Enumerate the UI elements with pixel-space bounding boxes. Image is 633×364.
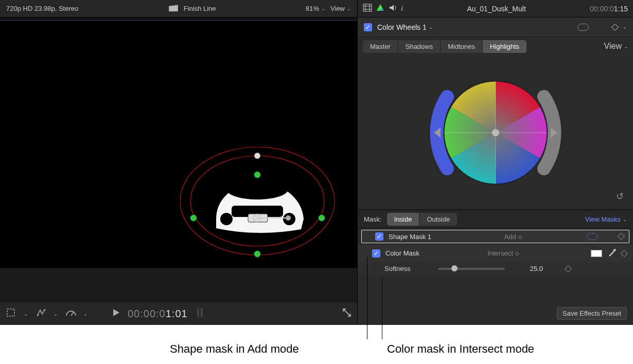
svg-point-17 xyxy=(254,153,260,159)
mask-item-color[interactable]: ✓ Color Mask Intersect ◇ xyxy=(358,245,633,262)
chevron-down-icon: ⌄ xyxy=(429,24,433,30)
play-button-icon[interactable] xyxy=(112,308,120,319)
chevron-down-icon: ⌄ xyxy=(347,6,351,11)
tab-shadows[interactable]: Shadows xyxy=(398,40,441,53)
keyframe-diamond-icon[interactable] xyxy=(621,249,628,257)
callout-color-label: Color mask in Intersect mode xyxy=(387,342,534,356)
wheel-view-menu[interactable]: View ⌄ xyxy=(604,42,628,51)
svg-line-30 xyxy=(344,310,350,316)
view-masks-menu[interactable]: View Masks ⌄ xyxy=(585,215,627,223)
wheel-tabs-row: Master Shadows Midtones Highlights View … xyxy=(358,37,633,56)
color-swatch[interactable] xyxy=(591,250,602,257)
keyframe-diamond-icon[interactable] xyxy=(618,233,625,240)
chevron-down-icon[interactable]: ⌄ xyxy=(24,311,28,317)
inspector-panel: i Au_01_Dusk_Mult 00:00:01:15 ✓ Color Wh… xyxy=(358,0,633,325)
svg-marker-27 xyxy=(113,309,119,316)
chevron-down-icon[interactable]: ⌄ xyxy=(54,311,58,317)
svg-marker-37 xyxy=(390,5,394,11)
viewer-toolbar: ⌄ ⌄ ⌄ 00:00:01:01 xyxy=(0,302,357,325)
color-wheel-area: ↺ xyxy=(358,56,633,210)
shape-mask-icon[interactable] xyxy=(587,233,598,240)
chevron-down-icon: ⌄ xyxy=(624,44,628,49)
wheel-tabs: Master Shadows Midtones Highlights xyxy=(363,40,526,53)
svg-point-18 xyxy=(254,172,260,178)
clip-name-dropdown[interactable]: Finish Line xyxy=(184,5,216,12)
color-wheel[interactable] xyxy=(424,61,568,205)
zoom-value: 81% xyxy=(306,5,319,12)
svg-point-24 xyxy=(41,312,42,313)
effect-name-dropdown[interactable]: Color Wheels 1 ⌄ xyxy=(377,23,433,31)
mask-label: Mask: xyxy=(364,215,382,223)
svg-rect-45 xyxy=(612,248,616,252)
mask-item-shape[interactable]: ✓ Shape Mask 1 Add ◇ xyxy=(361,229,630,244)
info-inspector-icon[interactable]: i xyxy=(401,4,403,13)
clip-name-label: Finish Line xyxy=(184,5,216,12)
softness-slider[interactable] xyxy=(438,268,505,270)
tab-master[interactable]: Master xyxy=(363,40,398,53)
inspector-top-bar: i Au_01_Dusk_Mult 00:00:01:15 xyxy=(358,0,633,17)
svg-point-16 xyxy=(286,215,291,221)
viewer-canvas[interactable] xyxy=(0,21,357,267)
mask-mode-dropdown[interactable]: Add ◇ xyxy=(471,233,522,241)
softness-row: Softness 25.0 xyxy=(358,262,633,276)
speed-gauge-icon[interactable] xyxy=(65,307,76,320)
softness-label: Softness xyxy=(384,265,431,272)
callout-layer: Shape mask in Add mode Color mask in Int… xyxy=(0,325,633,364)
mask-enable-checkbox[interactable]: ✓ xyxy=(372,249,380,258)
video-inspector-icon[interactable] xyxy=(363,4,372,13)
audio-meter-icon xyxy=(195,306,205,321)
mask-inside-button[interactable]: Inside xyxy=(387,213,420,226)
effect-header-row: ✓ Color Wheels 1 ⌄ ⌄ xyxy=(358,17,633,37)
viewer-panel: 720p HD 23.98p, Stereo Finish Line 81% ⌄… xyxy=(0,0,358,325)
svg-point-8 xyxy=(226,179,288,199)
keyframe-diamond-icon[interactable] xyxy=(565,265,572,272)
effect-enable-checkbox[interactable]: ✓ xyxy=(364,23,372,31)
keyframe-diamond-icon[interactable] xyxy=(611,23,619,30)
updown-icon: ◇ xyxy=(515,250,519,256)
eyedropper-icon[interactable] xyxy=(607,248,617,259)
svg-point-23 xyxy=(38,315,39,316)
svg-point-20 xyxy=(190,215,197,221)
shape-mask-overlay[interactable] xyxy=(180,142,340,260)
crop-tool-icon[interactable] xyxy=(5,307,16,320)
svg-point-19 xyxy=(254,251,260,257)
zoom-dropdown[interactable]: 81% ⌄ xyxy=(306,5,325,12)
chevron-down-icon[interactable]: ⌄ xyxy=(623,24,627,30)
save-effects-preset-button[interactable]: Save Effects Preset xyxy=(557,307,627,320)
chevron-down-icon: ⌄ xyxy=(321,6,325,11)
callout-line-shape xyxy=(367,257,367,339)
reset-wheel-icon[interactable]: ↺ xyxy=(616,191,624,202)
mask-controls-row: Mask: Inside Outside View Masks ⌄ xyxy=(358,210,633,228)
tab-midtones[interactable]: Midtones xyxy=(441,40,483,53)
save-preset-row: Save Effects Preset xyxy=(358,302,633,325)
softness-value[interactable]: 25.0 xyxy=(512,265,543,272)
viewer-top-bar: 720p HD 23.98p, Stereo Finish Line 81% ⌄… xyxy=(0,0,357,17)
svg-rect-29 xyxy=(201,308,203,317)
mask-shape-icon[interactable] xyxy=(577,24,589,31)
inspector-clip-title: Au_01_Dusk_Mult xyxy=(407,5,586,13)
chevron-down-icon[interactable]: ⌄ xyxy=(83,311,87,317)
view-menu[interactable]: View ⌄ xyxy=(330,5,351,12)
mask-name: Color Mask xyxy=(385,249,463,257)
mask-name: Shape Mask 1 xyxy=(389,233,466,241)
inspector-timecode: 00:00:01:15 xyxy=(590,5,628,13)
app-frame: 720p HD 23.98p, Stereo Finish Line 81% ⌄… xyxy=(0,0,633,325)
tab-highlights[interactable]: Highlights xyxy=(483,40,526,53)
mask-mode-dropdown[interactable]: Intersect ◇ xyxy=(468,249,519,257)
color-inspector-icon[interactable] xyxy=(376,4,384,13)
mask-enable-checkbox[interactable]: ✓ xyxy=(375,232,383,241)
mask-outside-button[interactable]: Outside xyxy=(419,213,457,226)
svg-point-42 xyxy=(492,129,499,136)
clip-format-label: 720p HD 23.98p, Stereo xyxy=(6,5,78,12)
retime-tool-icon[interactable] xyxy=(35,307,46,320)
updown-icon: ◇ xyxy=(518,234,522,240)
audio-inspector-icon[interactable] xyxy=(389,4,397,13)
callout-line-color xyxy=(382,278,382,339)
fullscreen-icon[interactable] xyxy=(342,307,352,320)
svg-point-21 xyxy=(319,215,325,221)
clapper-icon[interactable] xyxy=(168,4,179,13)
slider-knob[interactable] xyxy=(451,265,458,271)
mask-inside-outside: Inside Outside xyxy=(387,213,458,226)
svg-rect-31 xyxy=(363,4,372,11)
viewer-timecode[interactable]: 00:00:01:01 xyxy=(128,307,188,320)
